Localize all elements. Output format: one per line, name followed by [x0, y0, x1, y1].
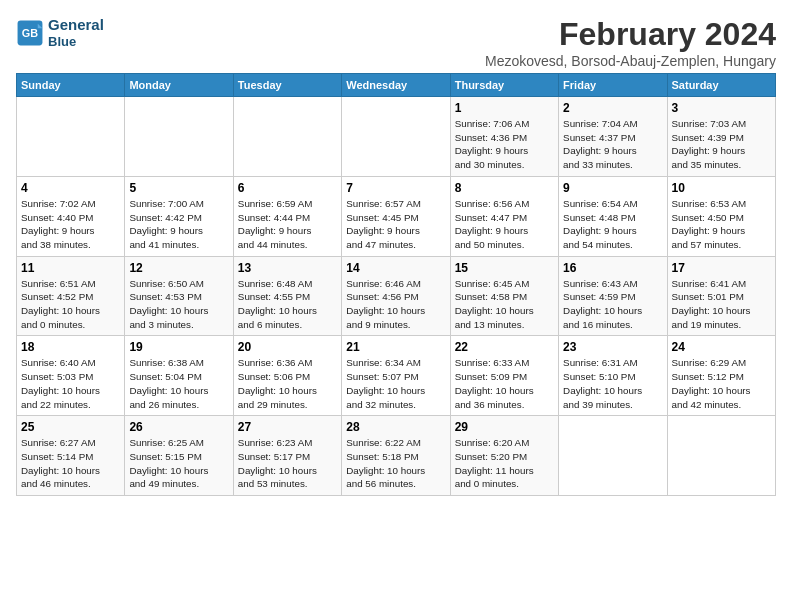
day-number: 4 [21, 181, 120, 195]
day-number: 20 [238, 340, 337, 354]
weekday-header-row: SundayMondayTuesdayWednesdayThursdayFrid… [17, 74, 776, 97]
calendar-cell: 24Sunrise: 6:29 AM Sunset: 5:12 PM Dayli… [667, 336, 775, 416]
day-number: 3 [672, 101, 771, 115]
calendar-cell: 7Sunrise: 6:57 AM Sunset: 4:45 PM Daylig… [342, 176, 450, 256]
day-number: 28 [346, 420, 445, 434]
calendar-cell: 19Sunrise: 6:38 AM Sunset: 5:04 PM Dayli… [125, 336, 233, 416]
calendar-cell: 14Sunrise: 6:46 AM Sunset: 4:56 PM Dayli… [342, 256, 450, 336]
day-number: 27 [238, 420, 337, 434]
day-info: Sunrise: 6:40 AM Sunset: 5:03 PM Dayligh… [21, 356, 120, 411]
day-info: Sunrise: 6:23 AM Sunset: 5:17 PM Dayligh… [238, 436, 337, 491]
calendar-week-row: 4Sunrise: 7:02 AM Sunset: 4:40 PM Daylig… [17, 176, 776, 256]
calendar-table: SundayMondayTuesdayWednesdayThursdayFrid… [16, 73, 776, 496]
calendar-cell: 17Sunrise: 6:41 AM Sunset: 5:01 PM Dayli… [667, 256, 775, 336]
calendar-title: February 2024 [485, 16, 776, 53]
day-info: Sunrise: 6:43 AM Sunset: 4:59 PM Dayligh… [563, 277, 662, 332]
header: GB General Blue February 2024 Mezokovesd… [16, 16, 776, 69]
calendar-cell: 13Sunrise: 6:48 AM Sunset: 4:55 PM Dayli… [233, 256, 341, 336]
weekday-header-tuesday: Tuesday [233, 74, 341, 97]
weekday-header-thursday: Thursday [450, 74, 558, 97]
logo-line1: General [48, 16, 104, 34]
calendar-subtitle: Mezokovesd, Borsod-Abauj-Zemplen, Hungar… [485, 53, 776, 69]
calendar-cell [667, 416, 775, 496]
calendar-cell: 22Sunrise: 6:33 AM Sunset: 5:09 PM Dayli… [450, 336, 558, 416]
day-info: Sunrise: 6:53 AM Sunset: 4:50 PM Dayligh… [672, 197, 771, 252]
day-info: Sunrise: 6:34 AM Sunset: 5:07 PM Dayligh… [346, 356, 445, 411]
calendar-cell: 23Sunrise: 6:31 AM Sunset: 5:10 PM Dayli… [559, 336, 667, 416]
calendar-cell: 25Sunrise: 6:27 AM Sunset: 5:14 PM Dayli… [17, 416, 125, 496]
day-number: 29 [455, 420, 554, 434]
day-number: 9 [563, 181, 662, 195]
day-info: Sunrise: 6:27 AM Sunset: 5:14 PM Dayligh… [21, 436, 120, 491]
calendar-cell: 6Sunrise: 6:59 AM Sunset: 4:44 PM Daylig… [233, 176, 341, 256]
day-number: 2 [563, 101, 662, 115]
calendar-cell: 20Sunrise: 6:36 AM Sunset: 5:06 PM Dayli… [233, 336, 341, 416]
day-info: Sunrise: 6:50 AM Sunset: 4:53 PM Dayligh… [129, 277, 228, 332]
day-info: Sunrise: 6:25 AM Sunset: 5:15 PM Dayligh… [129, 436, 228, 491]
day-info: Sunrise: 6:41 AM Sunset: 5:01 PM Dayligh… [672, 277, 771, 332]
calendar-cell: 16Sunrise: 6:43 AM Sunset: 4:59 PM Dayli… [559, 256, 667, 336]
calendar-cell: 27Sunrise: 6:23 AM Sunset: 5:17 PM Dayli… [233, 416, 341, 496]
calendar-cell: 10Sunrise: 6:53 AM Sunset: 4:50 PM Dayli… [667, 176, 775, 256]
day-number: 1 [455, 101, 554, 115]
svg-text:GB: GB [22, 27, 38, 39]
day-info: Sunrise: 6:38 AM Sunset: 5:04 PM Dayligh… [129, 356, 228, 411]
day-info: Sunrise: 7:04 AM Sunset: 4:37 PM Dayligh… [563, 117, 662, 172]
day-info: Sunrise: 6:20 AM Sunset: 5:20 PM Dayligh… [455, 436, 554, 491]
day-info: Sunrise: 6:31 AM Sunset: 5:10 PM Dayligh… [563, 356, 662, 411]
day-info: Sunrise: 6:45 AM Sunset: 4:58 PM Dayligh… [455, 277, 554, 332]
day-number: 23 [563, 340, 662, 354]
calendar-cell: 28Sunrise: 6:22 AM Sunset: 5:18 PM Dayli… [342, 416, 450, 496]
day-number: 14 [346, 261, 445, 275]
day-number: 18 [21, 340, 120, 354]
calendar-cell: 26Sunrise: 6:25 AM Sunset: 5:15 PM Dayli… [125, 416, 233, 496]
day-info: Sunrise: 6:54 AM Sunset: 4:48 PM Dayligh… [563, 197, 662, 252]
day-number: 12 [129, 261, 228, 275]
day-info: Sunrise: 6:33 AM Sunset: 5:09 PM Dayligh… [455, 356, 554, 411]
calendar-cell: 4Sunrise: 7:02 AM Sunset: 4:40 PM Daylig… [17, 176, 125, 256]
calendar-week-row: 18Sunrise: 6:40 AM Sunset: 5:03 PM Dayli… [17, 336, 776, 416]
logo-line2: Blue [48, 34, 104, 50]
day-number: 13 [238, 261, 337, 275]
calendar-body: 1Sunrise: 7:06 AM Sunset: 4:36 PM Daylig… [17, 97, 776, 496]
calendar-cell: 5Sunrise: 7:00 AM Sunset: 4:42 PM Daylig… [125, 176, 233, 256]
calendar-week-row: 1Sunrise: 7:06 AM Sunset: 4:36 PM Daylig… [17, 97, 776, 177]
calendar-cell: 15Sunrise: 6:45 AM Sunset: 4:58 PM Dayli… [450, 256, 558, 336]
calendar-cell: 29Sunrise: 6:20 AM Sunset: 5:20 PM Dayli… [450, 416, 558, 496]
calendar-cell [233, 97, 341, 177]
day-number: 19 [129, 340, 228, 354]
calendar-cell: 12Sunrise: 6:50 AM Sunset: 4:53 PM Dayli… [125, 256, 233, 336]
day-number: 6 [238, 181, 337, 195]
calendar-cell: 8Sunrise: 6:56 AM Sunset: 4:47 PM Daylig… [450, 176, 558, 256]
calendar-cell: 11Sunrise: 6:51 AM Sunset: 4:52 PM Dayli… [17, 256, 125, 336]
calendar-cell [125, 97, 233, 177]
day-info: Sunrise: 7:02 AM Sunset: 4:40 PM Dayligh… [21, 197, 120, 252]
day-number: 15 [455, 261, 554, 275]
day-number: 26 [129, 420, 228, 434]
day-number: 16 [563, 261, 662, 275]
calendar-cell [559, 416, 667, 496]
day-info: Sunrise: 6:48 AM Sunset: 4:55 PM Dayligh… [238, 277, 337, 332]
weekday-header-wednesday: Wednesday [342, 74, 450, 97]
day-info: Sunrise: 7:03 AM Sunset: 4:39 PM Dayligh… [672, 117, 771, 172]
calendar-cell: 1Sunrise: 7:06 AM Sunset: 4:36 PM Daylig… [450, 97, 558, 177]
calendar-week-row: 11Sunrise: 6:51 AM Sunset: 4:52 PM Dayli… [17, 256, 776, 336]
logo-text: General Blue [48, 16, 104, 50]
day-number: 8 [455, 181, 554, 195]
day-info: Sunrise: 6:22 AM Sunset: 5:18 PM Dayligh… [346, 436, 445, 491]
calendar-cell: 3Sunrise: 7:03 AM Sunset: 4:39 PM Daylig… [667, 97, 775, 177]
day-number: 22 [455, 340, 554, 354]
calendar-cell: 2Sunrise: 7:04 AM Sunset: 4:37 PM Daylig… [559, 97, 667, 177]
day-number: 5 [129, 181, 228, 195]
day-info: Sunrise: 6:36 AM Sunset: 5:06 PM Dayligh… [238, 356, 337, 411]
day-info: Sunrise: 6:29 AM Sunset: 5:12 PM Dayligh… [672, 356, 771, 411]
weekday-header-sunday: Sunday [17, 74, 125, 97]
day-info: Sunrise: 6:51 AM Sunset: 4:52 PM Dayligh… [21, 277, 120, 332]
weekday-header-friday: Friday [559, 74, 667, 97]
day-info: Sunrise: 7:06 AM Sunset: 4:36 PM Dayligh… [455, 117, 554, 172]
day-number: 21 [346, 340, 445, 354]
day-info: Sunrise: 6:57 AM Sunset: 4:45 PM Dayligh… [346, 197, 445, 252]
day-number: 17 [672, 261, 771, 275]
weekday-header-monday: Monday [125, 74, 233, 97]
weekday-header-saturday: Saturday [667, 74, 775, 97]
